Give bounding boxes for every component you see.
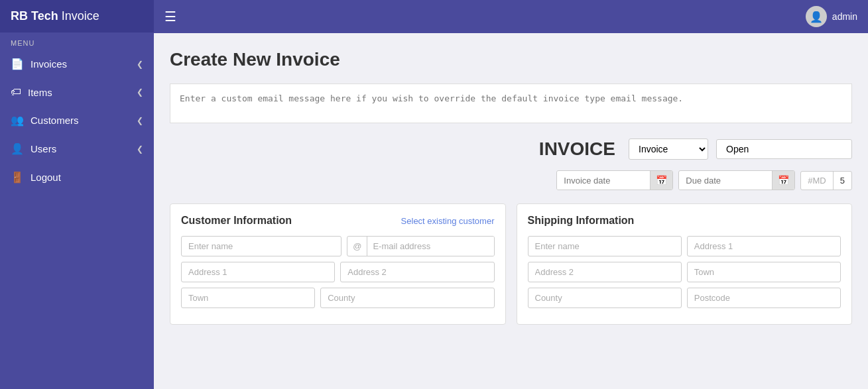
customer-address2-input[interactable] [340, 262, 494, 282]
page-title: Create New Invoice [170, 49, 852, 70]
sidebar-item-invoices[interactable]: 📄 Invoices ❮ [0, 50, 154, 78]
page-content: Create New Invoice INVOICE Invoice Quote… [154, 33, 868, 389]
customers-icon: 👥 [11, 114, 24, 127]
shipping-address2-input[interactable] [528, 262, 682, 282]
email-input-group: @ [347, 236, 494, 256]
shipping-info-card: Shipping Information [517, 203, 853, 325]
customer-info-title: Customer Information [181, 215, 292, 227]
date-row: 📅 📅 #MD 5 [170, 170, 852, 190]
invoice-status-input[interactable] [716, 139, 852, 159]
shipping-info-title: Shipping Information [528, 215, 635, 227]
chevron-icon-users: ❮ [137, 144, 143, 154]
hamburger-button[interactable]: ☰ [164, 9, 176, 25]
app-logo: RB Tech Invoice [0, 0, 154, 32]
shipping-info-header: Shipping Information [528, 215, 841, 227]
shipping-postcode-input[interactable] [687, 288, 841, 308]
users-icon: 👤 [11, 142, 24, 155]
due-date-group: 📅 [678, 170, 795, 190]
menu-label: MENU [0, 32, 154, 50]
customer-address1-row [181, 262, 495, 282]
invoice-type-select[interactable]: Invoice Quote Credit Note [629, 139, 708, 160]
customer-name-row: @ [181, 236, 495, 256]
md-label: #MD [801, 172, 833, 190]
invoice-title: INVOICE [539, 139, 615, 160]
shipping-name-row [528, 236, 841, 256]
shipping-county-input[interactable] [528, 288, 682, 308]
customer-info-card: Customer Information Select existing cus… [170, 203, 506, 325]
sidebar-item-items[interactable]: 🏷 Items ❮ [0, 78, 154, 106]
invoice-date-group: 📅 [556, 170, 673, 190]
customer-county-input[interactable] [320, 288, 494, 308]
sidebar-item-label-invoices: Invoices [31, 58, 67, 70]
customer-name-input[interactable] [181, 236, 341, 256]
invoice-date-calendar-icon[interactable]: 📅 [650, 171, 672, 190]
username: admin [832, 11, 857, 22]
sidebar-item-logout[interactable]: 🚪 Logout [0, 163, 154, 192]
app-title-bold: RB Tech [11, 9, 58, 23]
items-icon: 🏷 [11, 86, 21, 98]
shipping-address2-row [528, 262, 841, 282]
md-group: #MD 5 [800, 171, 852, 190]
select-existing-customer-link[interactable]: Select existing customer [401, 216, 495, 226]
sidebar-item-customers[interactable]: 👥 Customers ❮ [0, 106, 154, 135]
avatar: 👤 [806, 6, 827, 27]
invoices-icon: 📄 [11, 58, 24, 70]
due-date-calendar-icon[interactable]: 📅 [772, 171, 794, 190]
shipping-name-input[interactable] [528, 236, 682, 256]
customer-town-row [181, 288, 495, 308]
sidebar-item-label-customers: Customers [31, 115, 79, 126]
due-date-input[interactable] [679, 172, 772, 190]
invoice-date-input[interactable] [557, 172, 650, 190]
chevron-icon: ❮ [137, 60, 143, 69]
customer-address1-input[interactable] [181, 262, 335, 282]
sidebar-item-label-users: Users [31, 143, 56, 154]
chevron-icon-items: ❮ [137, 87, 143, 97]
info-section: Customer Information Select existing cus… [170, 203, 852, 325]
email-message-input[interactable] [170, 83, 852, 123]
chevron-icon-customers: ❮ [137, 116, 143, 125]
main-area: ☰ 👤 admin Create New Invoice INVOICE Inv… [154, 0, 868, 389]
at-symbol: @ [347, 237, 367, 256]
invoice-header: INVOICE Invoice Quote Credit Note [170, 139, 852, 160]
shipping-address1-input[interactable] [687, 236, 841, 256]
shipping-town-input[interactable] [687, 262, 841, 282]
shipping-county-row [528, 288, 841, 308]
user-info: 👤 admin [806, 6, 857, 27]
topbar: ☰ 👤 admin [154, 0, 868, 33]
sidebar-item-users[interactable]: 👤 Users ❮ [0, 135, 154, 163]
sidebar-item-label-logout: Logout [31, 172, 61, 183]
sidebar: RB Tech Invoice MENU 📄 Invoices ❮ 🏷 Item… [0, 0, 154, 389]
customer-email-input[interactable] [367, 237, 493, 256]
logout-icon: 🚪 [11, 171, 24, 184]
sidebar-item-label-items: Items [28, 87, 52, 98]
customer-info-header: Customer Information Select existing cus… [181, 215, 495, 227]
app-title-light: Invoice [58, 9, 99, 23]
md-value: 5 [834, 172, 851, 190]
customer-town-input[interactable] [181, 288, 315, 308]
